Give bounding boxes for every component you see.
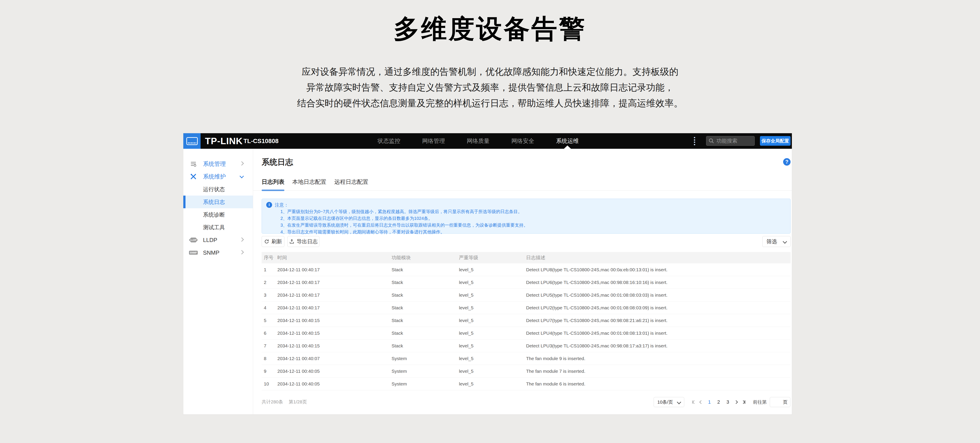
total-count: 共计280条 (262, 399, 283, 405)
tab-local-log-config[interactable]: 本地日志配置 (292, 178, 326, 191)
tab-bar: 日志列表 本地日志配置 远程日志配置 (262, 178, 368, 191)
brand-name: TP-LINK (205, 133, 243, 149)
description-line: 结合实时的硬件状态信息测量及完整的样机运行日志，帮助运维人员快速排障，提高运维效… (0, 96, 980, 111)
system-management-icon (189, 160, 197, 168)
sidebar-item-system-log[interactable]: 系统日志 (183, 196, 253, 208)
filter-dropdown[interactable]: 筛选 (762, 236, 791, 247)
refresh-button[interactable]: 刷新 (262, 236, 284, 247)
notice-line: 4、导出日志文件可能需要较长时间，此期间请耐心等待，不要对设备进行其他操作。 (280, 229, 790, 236)
table-row: 22034-12-11 00:40:17Stacklevel_5Detect L… (262, 276, 791, 289)
tab-remote-log-config[interactable]: 远程日志配置 (334, 178, 368, 191)
log-table: 序号 时间 功能模块 严重等级 日志描述 12034-12-11 00:40:1… (262, 252, 791, 390)
chevron-down-icon (240, 175, 243, 178)
tab-divider (253, 190, 792, 191)
goto-page-input[interactable]: 页 (770, 397, 790, 407)
pagination-summary: 共计280条 第1/28页 (262, 399, 307, 405)
save-global-config-button[interactable]: 保存全局配置 (760, 136, 791, 146)
table-row: 32034-12-11 00:40:17Stacklevel_5Detect L… (262, 289, 791, 301)
app-window: TP-LINK TL-CS10808 状态监控 网络管理 网络质量 网络安全 系… (183, 133, 792, 414)
main-nav: 状态监控 网络管理 网络质量 网络安全 系统运维 (377, 133, 579, 149)
sidebar-item-system-diagnosis[interactable]: 系统诊断 (183, 208, 253, 221)
sidebar-item-system-maintenance[interactable]: 系统维护 (183, 170, 253, 183)
table-row: 42034-12-11 00:40:17Stacklevel_5Detect L… (262, 301, 791, 314)
notice-line: 2、本页面显示记载在日志缓存区中的日志信息，显示的条目数最多为1024条。 (280, 215, 790, 222)
nav-item-status[interactable]: 状态监控 (377, 133, 400, 149)
sidebar: 系统管理 系统维护 运行状态 系统日志 系统诊断 测试工具 (183, 149, 253, 414)
switch-device-icon (186, 137, 198, 145)
table-row: 52034-12-11 00:40:15Stacklevel_5Detect L… (262, 314, 791, 327)
search-input[interactable] (716, 138, 752, 144)
lldp-badge-icon: LLDP (189, 236, 197, 244)
chevron-down-icon (677, 400, 681, 404)
nav-item-network-quality[interactable]: 网络质量 (467, 133, 490, 149)
brand-logo (183, 133, 200, 149)
wrench-icon (189, 173, 197, 180)
nav-item-network-security[interactable]: 网络安全 (511, 133, 534, 149)
table-row: 82034-12-11 00:40:07Systemlevel_5The fan… (262, 352, 791, 365)
table-header: 序号 时间 功能模块 严重等级 日志描述 (262, 252, 791, 263)
notice-line: 1、严重级别划分为0~7共八个等级，级别值越小，紧急程度越高。筛选严重等级后，将… (280, 208, 790, 215)
notice-box: i 注意： 1、严重级别划分为0~7共八个等级，级别值越小，紧急程度越高。筛选严… (262, 199, 791, 234)
page-title: 多维度设备告警 (0, 13, 980, 45)
function-search[interactable] (706, 136, 755, 146)
chevron-right-icon (240, 162, 243, 166)
content-title: 系统日志 (262, 157, 293, 167)
chevron-down-icon (783, 239, 787, 244)
table-row: 12034-12-11 00:40:17Stacklevel_5Detect L… (262, 263, 791, 276)
help-icon[interactable]: ? (783, 158, 791, 166)
table-row: 92034-12-11 00:40:05Systemlevel_5The fan… (262, 365, 791, 378)
circular-arrow-icon (264, 239, 269, 244)
page-number-3[interactable]: 3 (724, 399, 731, 405)
nav-item-system-ops[interactable]: 系统运维 (556, 133, 579, 149)
page-description: 应对设备异常情况，通过多维度的告警机制，优化故障感知能力和快速定位能力。支持板级… (0, 64, 980, 111)
sidebar-item-test-tools[interactable]: 测试工具 (183, 221, 253, 234)
prev-page-button[interactable] (697, 398, 705, 406)
pagination-controls: 10条/页 1 2 3 前往第 页 (654, 397, 790, 407)
goto-page-label: 前往第 (753, 399, 767, 405)
active-nav-caret-icon (564, 145, 571, 149)
notice-line: 3、在发生严重错误导致系统崩溃时，可在重启后将日志文件导出以获取跟错误相关的一些… (280, 222, 790, 229)
sidebar-item-running-status[interactable]: 运行状态 (183, 183, 253, 196)
snmp-badge-icon: SNMP (189, 249, 197, 257)
table-body: 12034-12-11 00:40:17Stacklevel_5Detect L… (262, 263, 791, 390)
info-circle-icon: i (266, 202, 272, 208)
top-bar: TP-LINK TL-CS10808 状态监控 网络管理 网络质量 网络安全 系… (183, 133, 792, 149)
sidebar-item-system-management[interactable]: 系统管理 (183, 158, 253, 170)
table-row: 62034-12-11 00:40:15Stacklevel_5Detect L… (262, 327, 791, 339)
table-row: 72034-12-11 00:40:15Stacklevel_5Detect L… (262, 339, 791, 352)
notice-title: 注意： (275, 201, 288, 208)
magnifier-icon (708, 138, 714, 144)
table-row: 102034-12-11 00:40:05Systemlevel_5The fa… (262, 378, 791, 390)
chevron-right-icon (240, 251, 243, 255)
last-page-button[interactable] (740, 398, 747, 406)
per-page-select[interactable]: 10条/页 (654, 397, 684, 407)
description-line: 应对设备异常情况，通过多维度的告警机制，优化故障感知能力和快速定位能力。支持板级… (0, 64, 980, 80)
chevron-right-icon (240, 238, 243, 242)
sidebar-item-lldp[interactable]: LLDP LLDP (183, 234, 253, 246)
tab-log-list[interactable]: 日志列表 (262, 178, 284, 191)
goto-page-suffix: 页 (783, 399, 788, 405)
description-line: 异常故障实时告警、支持自定义告警方式及频率，提供告警信息上云和故障日志记录功能， (0, 80, 980, 96)
notice-lines: 1、严重级别划分为0~7共八个等级，级别值越小，紧急程度越高。筛选严重等级后，将… (280, 208, 790, 236)
sidebar-item-snmp[interactable]: SNMP SNMP (183, 246, 253, 259)
export-log-button[interactable]: 导出日志 (288, 236, 319, 247)
first-page-button[interactable] (690, 398, 697, 406)
more-menu-icon[interactable] (694, 137, 695, 145)
page-number-1[interactable]: 1 (706, 399, 713, 405)
nav-item-network-mgmt[interactable]: 网络管理 (422, 133, 445, 149)
device-model: TL-CS10808 (243, 133, 278, 149)
upload-arrow-icon (289, 239, 294, 244)
next-page-button[interactable] (732, 398, 740, 406)
page-number-2[interactable]: 2 (715, 399, 722, 405)
page-info: 第1/28页 (289, 399, 307, 405)
